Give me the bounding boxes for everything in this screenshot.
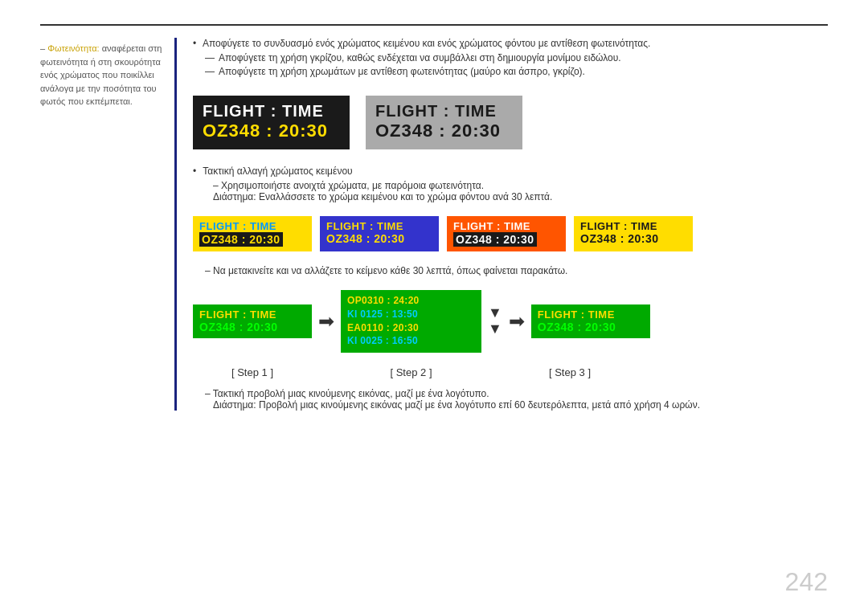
- scroll-line-3: EA0110 : 20:30: [347, 321, 475, 335]
- sfb-blue: FLIGHT : TIME OZ348 : 20:30: [320, 216, 439, 251]
- sfb-yellow2-title: FLIGHT : TIME: [580, 220, 686, 232]
- step2-container: OP0310 : 24:20 KI 0125 : 13:50 EA0110 : …: [341, 290, 481, 353]
- page-number: 242: [785, 567, 828, 597]
- step1-label: [ Step 1 ]: [193, 366, 312, 378]
- page-container: – Φωτεινότητα: αναφέρεται στη φωτεινότητ…: [0, 0, 868, 613]
- down-arrow-1: ▼: [488, 305, 502, 321]
- bullet-section: • Αποφύγετε το συνδυασμό ενός χρώματος κ…: [193, 38, 828, 80]
- flight-number-dark-box: OZ348 : 20:30: [203, 121, 340, 141]
- steps-section: FLIGHT : TIME OZ348 : 20:30 ➡ OP0310 : 2…: [193, 290, 828, 353]
- arrow1: ➡: [318, 310, 334, 333]
- step3-title: FLIGHT : TIME: [538, 309, 644, 321]
- flight-box-dark: FLIGHT : TIME OZ348 : 20:30: [193, 96, 350, 149]
- section2-bullet: • Τακτική αλλαγή χρώματος κειμένου: [193, 166, 828, 177]
- scroll-line-1: OP0310 : 24:20: [347, 294, 475, 308]
- sfb-orange-title: FLIGHT : TIME: [453, 220, 559, 232]
- sfb-yellow-number: OZ348 : 20:30: [199, 232, 283, 247]
- top-divider: [40, 24, 828, 26]
- sfb-orange: FLIGHT : TIME OZ348 : 20:30: [447, 216, 566, 251]
- step2-box: OP0310 : 24:20 KI 0125 : 13:50 EA0110 : …: [341, 290, 481, 353]
- sfb-yellow: FLIGHT : TIME OZ348 : 20:30: [193, 216, 312, 251]
- flight-title-dark-box: FLIGHT : TIME: [203, 102, 340, 121]
- scroll-line-4: KI 0025 : 16:50: [347, 334, 475, 348]
- sfb-orange-number: OZ348 : 20:30: [453, 232, 537, 247]
- sfb-yellow-title: FLIGHT : TIME: [199, 220, 305, 232]
- step2-label: [ Step 2 ]: [341, 366, 481, 378]
- step1-title: FLIGHT : TIME: [199, 309, 305, 321]
- flight-title-gray-box: FLIGHT : TIME: [375, 102, 513, 121]
- sidebar-highlight: Φωτεινότητα:: [47, 43, 99, 53]
- main-content: • Αποφύγετε το συνδυασμό ενός χρώματος κ…: [193, 38, 828, 411]
- step1-number: OZ348 : 20:30: [199, 321, 305, 333]
- step3-container: FLIGHT : TIME OZ348 : 20:30: [531, 304, 650, 338]
- section4: – Τακτική προβολή μιας κινούμενης εικόνα…: [193, 388, 828, 411]
- section4-dash: – Τακτική προβολή μιας κινούμενης εικόνα…: [205, 388, 828, 399]
- section2-sub1: Χρησιμοποιήστε ανοιχτά χρώματα, με παρόμ…: [213, 180, 828, 191]
- step3-label: [ Step 3 ]: [510, 366, 629, 378]
- sfb-blue-number: OZ348 : 20:30: [326, 232, 432, 245]
- dash-2: Αποφύγετε τη χρήση χρωμάτων με αντίθεση …: [205, 66, 828, 77]
- bullet-1: • Αποφύγετε το συνδυασμό ενός χρώματος κ…: [193, 38, 828, 49]
- step-labels: [ Step 1 ] [ Step 2 ] [ Step 3 ]: [193, 366, 828, 378]
- flight-displays-row: FLIGHT : TIME OZ348 : 20:30 FLIGHT : TIM…: [193, 96, 828, 149]
- down-arrow-2: ▼: [488, 321, 502, 337]
- section3-dash: – Να μετακινείτε και να αλλάζετε το κείμ…: [205, 265, 828, 276]
- sfb-yellow2-number: OZ348 : 20:30: [580, 232, 686, 245]
- sfb-yellow2: FLIGHT : TIME OZ348 : 20:30: [574, 216, 693, 251]
- small-flight-boxes: FLIGHT : TIME OZ348 : 20:30 FLIGHT : TIM…: [193, 216, 828, 251]
- flight-number-gray-box: OZ348 : 20:30: [375, 121, 513, 141]
- left-sidebar: – Φωτεινότητα: αναφέρεται στη φωτεινότητ…: [40, 38, 177, 411]
- step1-box: FLIGHT : TIME OZ348 : 20:30: [193, 304, 312, 338]
- section2: • Τακτική αλλαγή χρώματος κειμένου Χρησι…: [193, 166, 828, 202]
- sfb-blue-title: FLIGHT : TIME: [326, 220, 432, 232]
- content-area: – Φωτεινότητα: αναφέρεται στη φωτεινότητ…: [40, 38, 828, 411]
- step3-box: FLIGHT : TIME OZ348 : 20:30: [531, 304, 650, 338]
- arrow2: ➡: [509, 310, 525, 333]
- scroll-line-2: KI 0125 : 13:50: [347, 308, 475, 321]
- dash-1: Αποφύγετε τη χρήση γκρίζου, καθώς ενδέχε…: [205, 52, 828, 63]
- step1-container: FLIGHT : TIME OZ348 : 20:30: [193, 304, 312, 338]
- flight-box-gray: FLIGHT : TIME OZ348 : 20:30: [366, 96, 522, 149]
- section2-sub2: Διάστημα: Εναλλάσσετε το χρώμα κειμένου …: [213, 191, 828, 202]
- sidebar-bullet: –: [40, 43, 47, 53]
- section4-sub: Διάστημα: Προβολή μιας κινούμενης εικόνα…: [213, 399, 828, 411]
- down-arrows: ▼ ▼: [488, 305, 502, 337]
- step3-number: OZ348 : 20:30: [538, 321, 644, 333]
